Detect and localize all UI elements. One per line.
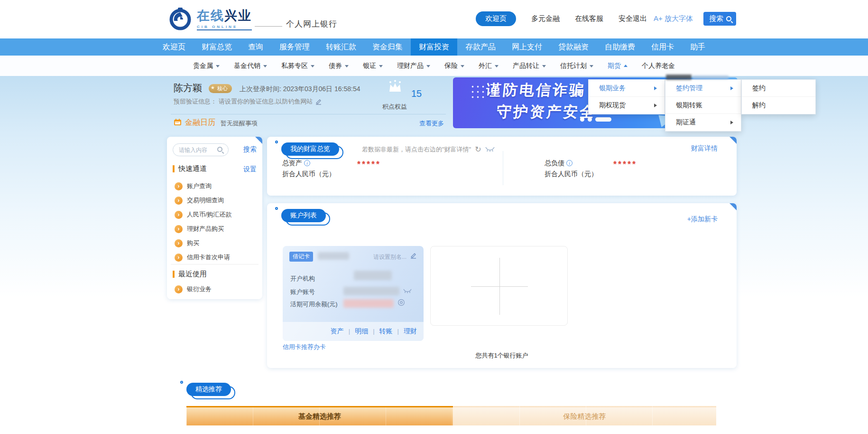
caret-icon	[426, 65, 430, 69]
recommend-tab[interactable]: 保险精选推荐	[453, 406, 716, 425]
caret-icon	[495, 65, 499, 69]
sidebar-item-label: 银衍业务	[187, 285, 212, 293]
main-nav-item[interactable]: 欢迎页	[155, 38, 194, 56]
sidebar-item[interactable]: › 交易明细查询	[175, 196, 224, 205]
total-liabilities-label: 总负债	[545, 158, 564, 169]
header-link[interactable]: 欢迎页	[476, 11, 516, 26]
total-liabilities-value: *****	[613, 160, 637, 170]
header-link[interactable]: 多元金融	[531, 14, 560, 23]
wealth-overview-panel: 我的财富总览 若数据非最新，请点击右边的"财富详情" ↻ 财富详情 总资产 i …	[267, 137, 737, 196]
card-type-tag: 借记卡	[289, 252, 313, 262]
header-link[interactable]: 在线客服	[575, 14, 603, 23]
card-action-link[interactable]: 理财	[393, 327, 417, 336]
info-icon[interactable]: i	[566, 160, 573, 166]
main-nav-item[interactable]: 存款产品	[457, 38, 504, 56]
edit-icon[interactable]	[315, 98, 322, 105]
sidebar-search-go[interactable]: 搜索	[243, 145, 257, 154]
sidebar-item[interactable]: › 人民币/购汇还款	[175, 210, 232, 219]
main-nav-item[interactable]: 查询	[240, 38, 271, 56]
total-assets-block: 总资产 i 折合人民币（元）	[282, 158, 335, 179]
total-assets-value: *****	[357, 160, 381, 170]
sub-nav-item[interactable]: 期货	[608, 62, 628, 70]
sub-nav-item[interactable]: 个人养老金	[642, 62, 675, 70]
main-nav-item[interactable]: 信用卡	[643, 38, 682, 56]
card-action-link[interactable]: 明细	[344, 327, 368, 336]
sub-nav-item[interactable]: 银证	[363, 62, 383, 70]
add-card-placeholder[interactable]	[430, 246, 568, 326]
menu-item[interactable]: 期权现货	[589, 97, 665, 114]
menu-item[interactable]: 签约	[742, 80, 815, 97]
refresh-icon[interactable]: ↻	[475, 145, 481, 154]
sub-nav-item[interactable]: 贵金属	[193, 62, 220, 70]
sub-nav-item[interactable]: 债券	[329, 62, 349, 70]
menu-item[interactable]: 银期业务	[589, 80, 665, 97]
edit-icon[interactable]	[410, 252, 417, 259]
sidebar-item[interactable]: › 银衍业务	[175, 285, 212, 293]
verify-info-label: 预留验证信息：	[174, 97, 217, 106]
search-button[interactable]: 搜索	[703, 12, 736, 26]
info-icon[interactable]: i	[304, 160, 310, 166]
sidebar-item-label: 理财产品购买	[187, 225, 224, 233]
sidebar-item[interactable]: › 账户查询	[175, 182, 212, 190]
sub-nav-item[interactable]: 信托计划	[560, 62, 593, 70]
menu-item[interactable]: 签约管理	[665, 80, 741, 97]
menu-item-label: 签约管理	[676, 84, 702, 92]
eye-icon[interactable]	[397, 299, 405, 306]
card-actions-bar: 资产 明细 转账 理财	[283, 322, 424, 341]
font-size-toggle[interactable]: A+ 放大字体	[654, 14, 693, 23]
total-liabilities-sub: 折合人民币（元）	[545, 169, 598, 179]
sub-nav-item[interactable]: 外汇	[479, 62, 499, 70]
eye-off-icon[interactable]	[403, 289, 412, 293]
sub-nav-item[interactable]: 保险	[444, 62, 464, 70]
sub-nav-item[interactable]: 产品转让	[513, 62, 546, 70]
card-action-link[interactable]: 转账	[368, 327, 392, 336]
main-nav-item[interactable]: 服务管理	[271, 38, 318, 56]
hide-balance-icon[interactable]	[485, 147, 495, 152]
chevron-circle-icon: ›	[175, 197, 183, 205]
wealth-detail-link[interactable]: 财富详情	[691, 144, 718, 153]
quick-access-title: 快速通道	[173, 164, 207, 173]
calendar-more-link[interactable]: 查看更多	[419, 119, 444, 128]
header-link[interactable]: 安全退出	[619, 14, 647, 23]
corner-ribbon	[729, 203, 737, 210]
banner-decor-dots	[470, 84, 485, 99]
menu-item[interactable]: 解约	[742, 97, 815, 114]
card-action-link[interactable]: 资产	[331, 327, 344, 336]
debit-card[interactable]: 借记卡 请设置别名... 开户机构 账户账号 活期可用余额(元)	[283, 246, 424, 341]
main-nav-item[interactable]: 资金归集	[364, 38, 411, 56]
chevron-circle-icon: ›	[175, 239, 183, 247]
banner-headline-1: 谨防电信诈骗	[485, 80, 587, 100]
wealth-hint: 若数据非最新，请点击右边的"财富详情" ↻	[362, 145, 495, 154]
sidebar-item-label: 人民币/购汇还款	[187, 210, 232, 219]
logo-divider	[255, 26, 282, 27]
add-new-card-link[interactable]: +添加新卡	[687, 215, 718, 224]
main-nav-item[interactable]: 财富总览	[194, 38, 240, 56]
recommend-badge: 精选推荐	[186, 383, 231, 396]
main-nav-item[interactable]: 自助缴费	[597, 38, 643, 56]
credit-card-recommend-link[interactable]: 信用卡推荐办卡	[283, 343, 326, 351]
card-field-label: 账户账号	[290, 288, 315, 296]
card-alias-placeholder: 请设置别名...	[373, 253, 406, 261]
menu-item[interactable]: 银期转账	[665, 97, 741, 114]
sub-nav-item[interactable]: 理财产品	[397, 62, 430, 70]
main-nav-item[interactable]: 转账汇款	[318, 38, 364, 56]
card-field-label: 活期可用余额(元)	[290, 300, 338, 309]
main-nav-item[interactable]: 贷款融资	[550, 38, 597, 56]
sub-nav-item-label: 私募专区	[281, 62, 308, 70]
sidebar-item[interactable]: › 购买	[175, 239, 199, 247]
main-nav-item[interactable]: 网上支付	[504, 38, 550, 56]
recommend-tab[interactable]: 基金精选推荐	[186, 406, 453, 425]
menu-item[interactable]: 期证通	[665, 114, 741, 131]
sub-nav-item[interactable]: 基金代销	[234, 62, 267, 70]
menu-item-label: 签约	[752, 84, 766, 92]
sub-nav-item[interactable]: 私募专区	[281, 62, 314, 70]
main-nav-item[interactable]: 财富投资	[411, 38, 457, 56]
main-nav-item[interactable]: 助手	[682, 38, 713, 56]
crown-icon	[387, 80, 404, 94]
last-login-time: 上次登录时间: 2023年03月06日 16:58:54	[240, 85, 360, 94]
sidebar-item[interactable]: › 信用卡首次申请	[175, 253, 230, 262]
sidebar-item-label: 交易明细查询	[187, 196, 224, 205]
futures-menu-level3: 签约 解约	[741, 79, 816, 114]
sidebar-item[interactable]: › 理财产品购买	[175, 225, 224, 233]
quick-access-settings[interactable]: 设置	[243, 165, 257, 174]
